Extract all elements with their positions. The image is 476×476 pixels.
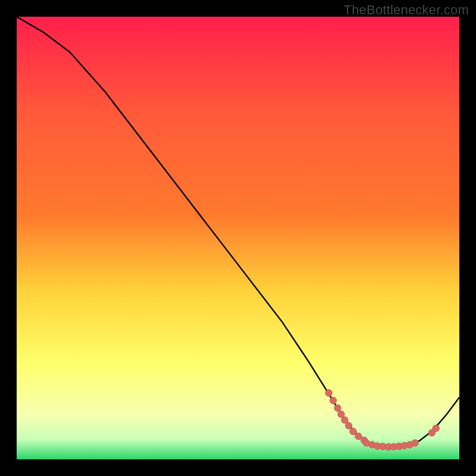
watermark-text: TheBottlenecker.com	[344, 2, 469, 18]
plot-area	[17, 17, 459, 459]
data-point	[342, 416, 349, 424]
data-point	[350, 428, 357, 435]
data-point	[330, 397, 337, 404]
chart-svg	[17, 17, 459, 459]
chart-frame: TheBottlenecker.com	[0, 0, 476, 476]
data-point	[334, 405, 342, 412]
data-point	[412, 440, 419, 447]
gradient-background	[17, 17, 459, 459]
data-point	[325, 390, 333, 397]
data-point	[433, 425, 440, 432]
data-point	[345, 422, 352, 430]
data-point	[355, 433, 362, 440]
